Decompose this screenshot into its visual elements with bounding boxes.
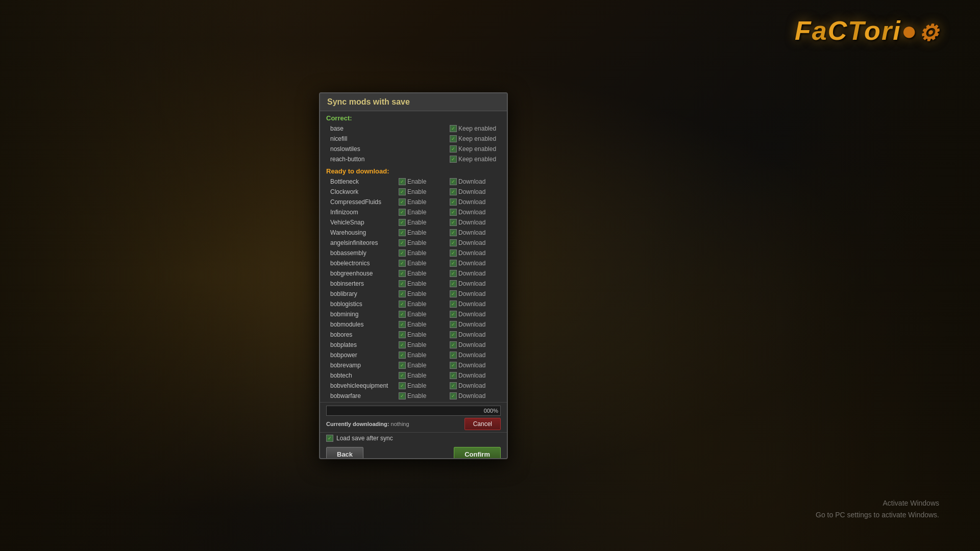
- dialog-content: Correct: base Keep enabled nicefill Keep…: [320, 111, 507, 458]
- mod-row-angelsinfiniteores: angelsinfiniteores Enable Download: [320, 238, 507, 248]
- mod-row-bobgreenhouse: bobgreenhouse Enable Download: [320, 268, 507, 279]
- back-button[interactable]: Back: [326, 447, 363, 459]
- cb-download-bobassembly[interactable]: [450, 249, 457, 257]
- mod-row-bobpower: bobpower Enable Download: [320, 350, 507, 360]
- mod-row-nicefill: nicefill Keep enabled: [320, 134, 507, 144]
- cb-enable-bobinserters[interactable]: [399, 280, 406, 287]
- cb-enable-bobassembly[interactable]: [399, 249, 406, 257]
- cb-enable-compressedfluids[interactable]: [399, 198, 406, 206]
- section-correct-header: Correct:: [320, 111, 507, 123]
- cb-enable-bobrevamp[interactable]: [399, 362, 406, 369]
- cb-enable-bobwarfare[interactable]: [399, 392, 406, 399]
- mod-row-bobassembly: bobassembly Enable Download: [320, 248, 507, 258]
- mod-row-base: base Keep enabled: [320, 123, 507, 134]
- progress-percent: 000%: [484, 408, 498, 414]
- load-save-row: ✓ Load save after sync: [320, 432, 507, 444]
- load-save-label: Load save after sync: [336, 435, 393, 442]
- cb-download-bobvehicleequipment[interactable]: [450, 382, 457, 389]
- cb-download-warehousing[interactable]: [450, 229, 457, 236]
- cb-download-bottleneck[interactable]: [450, 178, 457, 185]
- bottom-buttons: Back Confirm: [320, 444, 507, 459]
- mod-row-bobmining: bobmining Enable Download: [320, 309, 507, 319]
- mod-row-bobplates: bobplates Enable Download: [320, 340, 507, 350]
- cb-enable-bobtech[interactable]: [399, 372, 406, 379]
- mod-list[interactable]: Correct: base Keep enabled nicefill Keep…: [320, 111, 507, 402]
- mod-row-bobinserters: bobinserters Enable Download: [320, 279, 507, 289]
- cb-enable-infinizoom[interactable]: [399, 209, 406, 216]
- mod-row-boblogistics: boblogistics Enable Download: [320, 299, 507, 309]
- confirm-button[interactable]: Confirm: [454, 447, 501, 459]
- mod-row-warehousing: Warehousing Enable Download: [320, 228, 507, 238]
- load-save-checkbox[interactable]: ✓: [326, 435, 333, 442]
- progress-bar-container: 000%: [326, 406, 501, 416]
- cb-enable-bobores[interactable]: [399, 331, 406, 338]
- cb-download-bobrevamp[interactable]: [450, 362, 457, 369]
- cb-enable-clockwork[interactable]: [399, 188, 406, 195]
- mod-row-bottleneck: Bottleneck Enable Download: [320, 177, 507, 187]
- cancel-button[interactable]: Cancel: [464, 418, 501, 430]
- cb-enable-bobmining[interactable]: [399, 311, 406, 318]
- progress-area: 000% Currently downloading: nothing Canc…: [320, 402, 507, 432]
- cb-download-bobores[interactable]: [450, 331, 457, 338]
- cb-enable-boblogistics[interactable]: [399, 300, 406, 308]
- checkbox-reach-button[interactable]: [450, 156, 457, 163]
- cb-download-boblibrary[interactable]: [450, 290, 457, 297]
- cb-enable-boblibrary[interactable]: [399, 290, 406, 297]
- cb-download-bobwarfare[interactable]: [450, 392, 457, 399]
- cb-enable-bobplates[interactable]: [399, 341, 406, 348]
- cb-enable-vehiclesnap[interactable]: [399, 219, 406, 226]
- cb-download-bobmining[interactable]: [450, 311, 457, 318]
- sync-mods-dialog: Sync mods with save Correct: base Keep e…: [319, 92, 508, 459]
- mod-row-bobelectronics: bobelectronics Enable Download: [320, 258, 507, 268]
- mod-row-bobvehicleequipment: bobvehicleequipment Enable Download: [320, 381, 507, 391]
- cb-download-infinizoom[interactable]: [450, 209, 457, 216]
- modal-overlay: Sync mods with save Correct: base Keep e…: [0, 0, 980, 551]
- cb-enable-bobgreenhouse[interactable]: [399, 270, 406, 277]
- mod-row-infinizoom: Infinizoom Enable Download: [320, 207, 507, 217]
- cb-download-bobtech[interactable]: [450, 372, 457, 379]
- cb-download-angelsinfiniteores[interactable]: [450, 239, 457, 246]
- mod-row-bobrevamp: bobrevamp Enable Download: [320, 360, 507, 370]
- section-ready-header: Ready to download:: [320, 164, 507, 177]
- progress-status: Currently downloading: nothing: [326, 420, 409, 428]
- mod-row-bobmodules: bobmodules Enable Download: [320, 319, 507, 330]
- cb-download-compressedfluids[interactable]: [450, 198, 457, 206]
- mod-row-bobores: bobores Enable Download: [320, 330, 507, 340]
- cb-download-bobinserters[interactable]: [450, 280, 457, 287]
- cb-enable-bobmodules[interactable]: [399, 321, 406, 328]
- cb-download-bobplates[interactable]: [450, 341, 457, 348]
- mod-row-bobwarfare: bobwarfare Enable Download: [320, 391, 507, 401]
- cb-enable-angelsinfiniteores[interactable]: [399, 239, 406, 246]
- cb-enable-bobvehicleequipment[interactable]: [399, 382, 406, 389]
- mod-row-compressedfluids: CompressedFluids Enable Download: [320, 197, 507, 207]
- mod-row-vehiclesnap: VehicleSnap Enable Download: [320, 217, 507, 228]
- mod-row-bobtech: bobtech Enable Download: [320, 370, 507, 381]
- cb-enable-bottleneck[interactable]: [399, 178, 406, 185]
- cb-enable-warehousing[interactable]: [399, 229, 406, 236]
- mod-row-boblibrary: boblibrary Enable Download: [320, 289, 507, 299]
- cb-download-boblogistics[interactable]: [450, 300, 457, 308]
- checkbox-base[interactable]: [450, 125, 457, 132]
- mod-row-clockwork: Clockwork Enable Download: [320, 187, 507, 197]
- cb-enable-bobpower[interactable]: [399, 352, 406, 359]
- cb-enable-bobelectronics[interactable]: [399, 260, 406, 267]
- cb-download-bobelectronics[interactable]: [450, 260, 457, 267]
- mod-row-reach-button: reach-button Keep enabled: [320, 154, 507, 164]
- cb-download-vehiclesnap[interactable]: [450, 219, 457, 226]
- cb-download-bobmodules[interactable]: [450, 321, 457, 328]
- cb-download-bobgreenhouse[interactable]: [450, 270, 457, 277]
- cb-download-bobpower[interactable]: [450, 352, 457, 359]
- cb-download-clockwork[interactable]: [450, 188, 457, 195]
- checkbox-nicefill[interactable]: [450, 135, 457, 142]
- dialog-title: Sync mods with save: [320, 93, 507, 111]
- mod-row-noslowtiles: noslowtiles Keep enabled: [320, 144, 507, 154]
- checkbox-noslowtiles[interactable]: [450, 145, 457, 153]
